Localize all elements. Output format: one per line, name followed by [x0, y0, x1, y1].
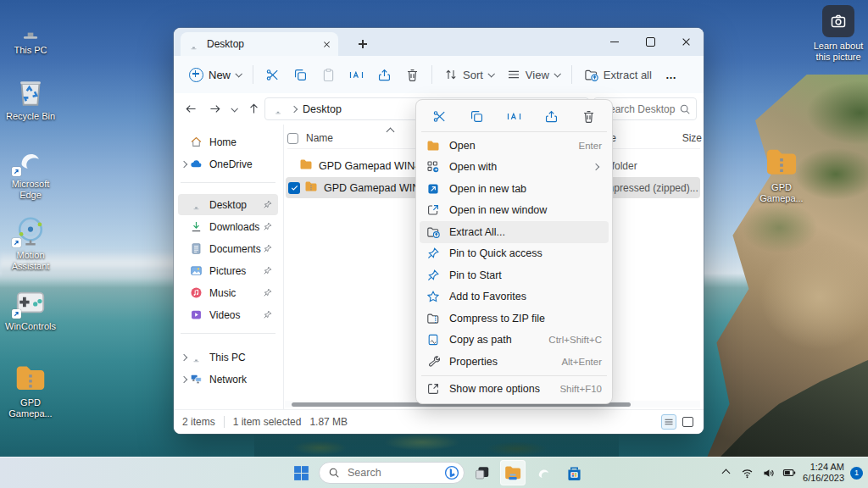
tab-close-icon[interactable] [323, 41, 331, 48]
close-button[interactable] [668, 28, 704, 56]
pin-icon [262, 287, 273, 298]
windows-logo-icon [292, 464, 310, 482]
copy-button[interactable] [287, 63, 314, 87]
delete-button[interactable] [398, 63, 426, 87]
copy-icon[interactable] [465, 105, 489, 127]
chevron-down-icon [235, 70, 242, 77]
desktop-icon-gpd-zip[interactable]: GPD Gamepa... [0, 361, 61, 419]
delete-icon[interactable] [576, 105, 600, 127]
maximize-button[interactable] [632, 28, 668, 56]
paste-button[interactable] [314, 63, 342, 87]
menu-item-add-to-favorites[interactable]: Add to Favorites [420, 286, 609, 308]
extract-all-button[interactable]: Extract all [577, 63, 659, 87]
more-options-button[interactable]: … [659, 64, 684, 86]
share-icon[interactable] [539, 105, 563, 127]
sidebar-item-network[interactable]: Network [178, 369, 278, 390]
sidebar-item-label: Network [209, 374, 278, 385]
sidebar-item-label: OneDrive [209, 158, 278, 170]
menu-item-extract-all[interactable]: Extract All... [420, 221, 609, 243]
view-button-label: View [526, 69, 549, 81]
pictures-icon [190, 264, 203, 277]
sidebar-item-home[interactable]: Home [178, 131, 278, 152]
sidebar-item-label: Documents [209, 243, 262, 255]
menu-item-compress-to-zip[interactable]: Compress to ZIP file [420, 308, 609, 330]
start-button[interactable] [288, 460, 314, 485]
recent-locations-button[interactable] [226, 98, 242, 120]
desktop-icon-wincontrols[interactable]: WinControls [0, 285, 61, 332]
menu-item-label: Show more options [449, 383, 559, 395]
taskbar-search[interactable] [319, 462, 465, 484]
view-button[interactable]: View [500, 63, 566, 86]
menu-shortcut: Enter [579, 141, 603, 151]
breadcrumb-item-desktop[interactable]: Desktop [303, 103, 342, 115]
large-icons-view-button[interactable] [680, 414, 695, 430]
share-button[interactable] [370, 63, 398, 87]
back-button[interactable] [179, 98, 203, 120]
extract-all-label: Extract all [604, 69, 652, 81]
cut-icon[interactable] [428, 105, 452, 127]
details-view-button[interactable] [661, 414, 676, 430]
checkbox-checked[interactable] [288, 182, 300, 194]
menu-item-pin-to-quick-access[interactable]: Pin to Quick access [420, 243, 609, 265]
edge-taskbar-button[interactable] [531, 460, 556, 485]
sidebar-item-documents[interactable]: Documents [178, 238, 278, 259]
shortcut-arrow-icon [12, 167, 21, 176]
select-all-checkbox[interactable] [287, 133, 298, 144]
up-button[interactable] [242, 98, 265, 120]
menu-item-open-in-new-tab[interactable]: Open in new tab [420, 178, 609, 200]
menu-item-show-more-options[interactable]: Show more options Shift+F10 [420, 379, 609, 401]
menu-item-open-in-new-window[interactable]: Open in new window [420, 200, 609, 222]
sidebar-item-this-pc[interactable]: This PC [178, 347, 278, 368]
sidebar-item-desktop[interactable]: Desktop [178, 194, 278, 215]
rename-icon[interactable] [503, 105, 526, 127]
pin-icon [262, 199, 273, 210]
clock[interactable]: 1:24 AM 6/16/2023 [803, 462, 844, 484]
chevron-right-icon[interactable] [178, 377, 190, 382]
rename-button[interactable] [342, 63, 370, 87]
sidebar-item-music[interactable]: Music [178, 282, 278, 303]
menu-item-copy-as-path[interactable]: Copy as path Ctrl+Shift+C [420, 330, 609, 352]
file-explorer-taskbar-button[interactable] [500, 460, 526, 485]
column-header-size[interactable]: Size [682, 132, 702, 144]
sidebar-item-pictures[interactable]: Pictures [178, 260, 278, 281]
minimize-button[interactable] [597, 28, 632, 56]
column-header-name[interactable]: Name [306, 132, 333, 144]
new-tab-button[interactable] [353, 35, 372, 53]
task-view-button[interactable] [470, 460, 495, 485]
chevron-right-icon[interactable] [178, 162, 190, 167]
desktop-icon-microsoft-edge[interactable]: Microsoft Edge [0, 142, 61, 201]
battery-icon[interactable] [782, 465, 797, 480]
onedrive-icon [190, 158, 203, 170]
volume-icon[interactable] [760, 465, 776, 480]
context-menu-icon-row [420, 103, 609, 129]
sort-button[interactable]: Sort [437, 63, 500, 86]
menu-item-pin-to-start[interactable]: Pin to Start [420, 264, 609, 286]
menu-item-open[interactable]: Open Enter [420, 135, 609, 157]
desktop-icon-recycle-bin[interactable]: Recycle Bin [0, 75, 61, 122]
sidebar-item-downloads[interactable]: Downloads [178, 216, 278, 237]
sidebar-item-videos[interactable]: Videos [178, 304, 278, 325]
desktop-icon-this-pc[interactable]: This PC [0, 8, 61, 56]
desktop-icon-motion-assistant[interactable]: Motion Assistant [0, 214, 61, 272]
desktop-icon [190, 198, 203, 211]
window-controls [597, 28, 704, 56]
tab-desktop[interactable]: Desktop [181, 32, 338, 56]
sidebar-item-onedrive[interactable]: OneDrive [178, 153, 278, 175]
taskbar-search-input[interactable] [346, 466, 444, 480]
store-taskbar-button[interactable] [561, 460, 587, 485]
pin-icon [426, 247, 440, 260]
hidden-icons-chevron[interactable] [718, 465, 733, 480]
forward-button[interactable] [203, 98, 226, 120]
desktop-icon-gpd-zip-right[interactable]: GPD Gamepa... [751, 146, 812, 204]
chevron-right-icon[interactable] [178, 355, 190, 360]
cut-button[interactable] [259, 63, 287, 87]
open-with-icon [426, 160, 440, 174]
wifi-icon[interactable] [739, 465, 754, 480]
new-button[interactable]: New [182, 63, 248, 87]
status-bar: 2 items 1 item selected 1.87 MB [174, 409, 704, 434]
learn-about-picture-widget[interactable]: Learn about this picture [812, 5, 865, 63]
file-explorer-icon [504, 463, 522, 482]
menu-item-open-with[interactable]: Open with [420, 157, 609, 179]
menu-item-properties[interactable]: Properties Alt+Enter [420, 351, 609, 373]
notification-badge[interactable]: 1 [850, 467, 863, 480]
